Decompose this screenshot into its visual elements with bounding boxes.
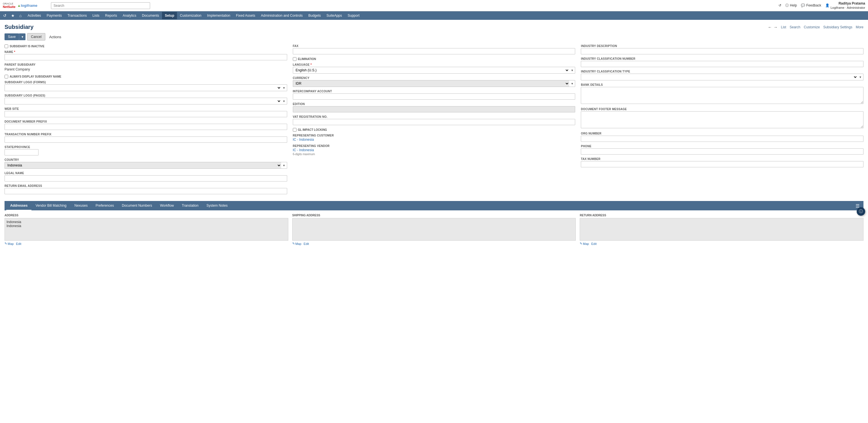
save-button[interactable]: Save xyxy=(4,33,19,40)
nav-item-fixed-assets[interactable]: Fixed Assets xyxy=(233,12,258,19)
feedback-button[interactable]: 💬 Feedback xyxy=(801,3,821,7)
tab-vendor-bill-matching[interactable]: Vendor Bill Matching xyxy=(31,201,70,210)
intercompany-input[interactable] xyxy=(293,93,576,100)
return-email-input[interactable] xyxy=(4,188,287,194)
phone-group: PHONE xyxy=(581,145,864,155)
org-number-input[interactable] xyxy=(581,136,864,142)
floating-info-button[interactable]: ⓘ xyxy=(857,207,865,216)
shipping-map-button[interactable]: ✎ Map xyxy=(292,242,301,246)
nav-item-support[interactable]: Support xyxy=(345,12,362,19)
back-button[interactable]: ↺ xyxy=(778,3,781,7)
tab-translation[interactable]: Translation xyxy=(178,201,203,210)
web-site-input[interactable]: http://logiframe.com xyxy=(4,111,287,117)
nav-item-documents[interactable]: Documents xyxy=(139,12,162,19)
elimination-checkbox[interactable] xyxy=(293,57,297,61)
nav-item-reports[interactable]: Reports xyxy=(102,12,120,19)
legal-name-input[interactable] xyxy=(4,175,287,182)
return-email-group: RETURN EMAIL ADDRESS xyxy=(4,184,287,194)
nav-star-icon[interactable]: ★ xyxy=(10,13,16,19)
currency-select[interactable]: IDR xyxy=(293,80,569,87)
logo-pages-select-wrapper: ▼ xyxy=(4,98,287,104)
nav-item-transactions[interactable]: Transactions xyxy=(65,12,90,19)
cancel-button[interactable]: Cancel xyxy=(27,33,45,40)
representing-customer-link[interactable]: IC - Indonesia xyxy=(293,138,314,141)
parent-subsidiary-label: PARENT SUBSIDIARY xyxy=(4,63,287,66)
shipping-edit-button[interactable]: Edit xyxy=(304,242,309,246)
shipping-col: SHIPPING ADDRESS ✎ Map Edit xyxy=(292,214,576,246)
nav-item-payments[interactable]: Payments xyxy=(44,12,65,19)
language-group: LANGUAGE * English (U.S.) ▼ xyxy=(293,63,576,74)
always-display-checkbox[interactable] xyxy=(4,75,8,78)
gl-impact-checkbox[interactable] xyxy=(293,128,297,132)
doc-number-prefix-input[interactable]: IN- xyxy=(4,124,287,130)
representing-vendor-link[interactable]: IC - Indonesia xyxy=(293,148,314,152)
search-input[interactable] xyxy=(51,2,150,9)
save-dropdown-button[interactable]: ▼ xyxy=(19,33,26,40)
nav-item-suiteapps[interactable]: SuiteApps xyxy=(324,12,345,19)
nav-item-admin-controls[interactable]: Administration and Controls xyxy=(258,12,305,19)
return-edit-button[interactable]: Edit xyxy=(591,242,597,246)
nav-item-analytics[interactable]: Analytics xyxy=(120,12,139,19)
customize-link[interactable]: Customize xyxy=(804,25,820,29)
name-label: NAME * xyxy=(4,51,287,54)
search-link[interactable]: Search xyxy=(789,25,800,29)
tab-workflow[interactable]: Workflow xyxy=(156,201,178,210)
logo-pages-select[interactable] xyxy=(5,98,281,104)
top-bar: ORACLE NetSuite ▲logiframe ↺ ⓘ Help 💬 Fe… xyxy=(0,0,868,11)
currency-select-wrapper: IDR ▼ xyxy=(293,80,576,87)
search-container xyxy=(51,2,150,9)
doc-footer-textarea[interactable] xyxy=(581,111,864,128)
subsidiary-inactive-checkbox[interactable] xyxy=(4,44,8,48)
nav-home-icon[interactable]: ⌂ xyxy=(18,13,23,19)
vat-input[interactable]: 010.008-24.53252611 xyxy=(293,119,576,125)
nav-item-activities[interactable]: Activities xyxy=(25,12,43,19)
country-select[interactable]: Indonesia xyxy=(5,162,281,168)
industry-desc-input[interactable] xyxy=(581,48,864,54)
prev-record-arrow[interactable]: ← xyxy=(768,25,772,29)
phone-label: PHONE xyxy=(581,145,864,148)
page-title-row: Subsidiary ← → List Search Customize Sub… xyxy=(4,24,864,30)
name-input[interactable]: Indonesia xyxy=(4,54,287,60)
more-link[interactable]: More xyxy=(856,25,864,29)
nav-item-implementation[interactable]: Implementation xyxy=(204,12,233,19)
txn-number-prefix-input[interactable]: IN- xyxy=(4,136,287,143)
logo-forms-select[interactable] xyxy=(5,85,281,91)
nav-item-lists[interactable]: Lists xyxy=(90,12,102,19)
tab-addresses[interactable]: Addresses xyxy=(6,201,31,210)
language-select[interactable]: English (U.S.) xyxy=(293,67,569,73)
tab-document-numbers[interactable]: Document Numbers xyxy=(118,201,156,210)
list-link[interactable]: List xyxy=(781,25,786,29)
phone-input[interactable] xyxy=(581,149,864,155)
return-map-button[interactable]: ✎ Map xyxy=(580,242,589,246)
nav-item-budgets[interactable]: Budgets xyxy=(306,12,324,19)
logo-pages-label: SUBSIDIARY LOGO (PAGES) xyxy=(4,94,287,97)
next-record-arrow[interactable]: → xyxy=(774,25,778,29)
nav-item-customization[interactable]: Customization xyxy=(177,12,204,19)
representing-vendor-group: REPRESENTING VENDOR IC - Indonesia 6-dig… xyxy=(293,144,576,156)
help-button[interactable]: ⓘ Help xyxy=(785,3,797,8)
tab-nexuses[interactable]: Nexuses xyxy=(70,201,92,210)
actions-button[interactable]: Actions xyxy=(47,33,64,40)
tax-number-input[interactable] xyxy=(581,161,864,167)
web-site-group: WEB SITE http://logiframe.com xyxy=(4,107,287,117)
page-content: Subsidiary ← → List Search Customize Sub… xyxy=(0,20,868,423)
nav-item-setup[interactable]: Setup xyxy=(162,12,177,19)
tab-system-notes[interactable]: System Notes xyxy=(203,201,231,210)
gl-impact-row: GL IMPACT LOCKING xyxy=(293,128,576,132)
fax-input[interactable] xyxy=(293,48,576,54)
nav-refresh-icon[interactable]: ↺ xyxy=(2,13,8,19)
tax-number-label: TAX NUMBER xyxy=(581,157,864,161)
state-province-input[interactable]: IN xyxy=(4,149,38,156)
industry-desc-group: INDUSTRY DESCRIPTION xyxy=(581,44,864,54)
user-menu[interactable]: 👤 Raditya Pratama Logiframe · Administra… xyxy=(825,1,865,10)
address-edit-button[interactable]: Edit xyxy=(16,242,21,246)
address-map-icon: ✎ xyxy=(4,242,7,246)
bank-details-textarea[interactable] xyxy=(581,87,864,104)
industry-desc-label: INDUSTRY DESCRIPTION xyxy=(581,44,864,47)
industry-class-type-select[interactable] xyxy=(581,74,858,80)
subsidiary-settings-link[interactable]: Subsidiary Settings xyxy=(823,25,852,29)
address-map-button[interactable]: ✎ Map xyxy=(4,242,13,246)
tab-preferences[interactable]: Preferences xyxy=(91,201,118,210)
language-label: LANGUAGE * xyxy=(293,63,576,66)
industry-class-num-input[interactable] xyxy=(581,61,864,67)
